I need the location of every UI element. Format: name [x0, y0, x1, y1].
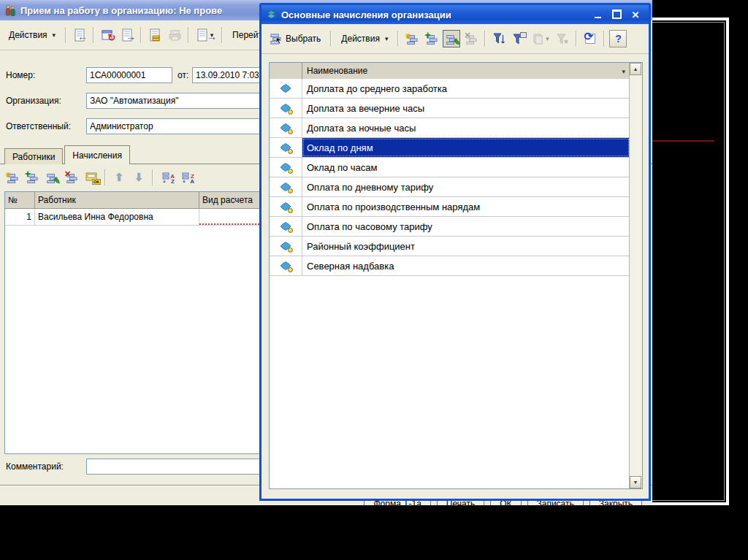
worker-cell[interactable]: Васильева Инна Федоровна	[35, 209, 199, 225]
calc-type-icon	[270, 118, 302, 137]
row-num-cell: 1	[5, 209, 35, 225]
accrual-row[interactable]: Оплата по производственным нарядам	[270, 197, 630, 217]
comment-label: Комментарий:	[6, 459, 64, 475]
accrual-name: Оклад по часам	[302, 158, 630, 177]
reread-icon[interactable]	[99, 26, 116, 44]
back-document-icon[interactable]	[71, 26, 88, 44]
copy-row-icon[interactable]	[23, 169, 41, 186]
accruals-list: Наименование Доплата до сре	[269, 62, 643, 489]
bg-window-title: Прием на работу в организацию: Не прове	[20, 5, 222, 16]
accrual-row[interactable]: Оклад по часам	[270, 158, 630, 177]
fg-actions-label: Действия	[341, 34, 380, 44]
edit-row-icon[interactable]	[43, 169, 61, 186]
icon-column-header[interactable]	[270, 63, 302, 79]
list-header: Наименование	[270, 63, 630, 80]
move-down-icon[interactable]: ⬇	[130, 169, 148, 186]
calc-type-icon	[270, 79, 302, 98]
accrual-row[interactable]: Районный коэффициент	[270, 237, 630, 256]
sort-desc-icon[interactable]	[178, 169, 195, 186]
toolbar-separator	[93, 27, 94, 43]
ok-save-icon[interactable]	[83, 169, 100, 186]
responsible-label: Ответственный:	[6, 118, 71, 134]
print-icon[interactable]	[166, 26, 183, 44]
select-icon	[270, 33, 283, 45]
responsible-field[interactable]	[86, 118, 278, 134]
sort-direction-icon	[622, 66, 625, 76]
filter-sort-icon[interactable]	[490, 30, 508, 47]
add-icon[interactable]	[403, 30, 421, 47]
number-field[interactable]	[86, 67, 172, 83]
accrual-row[interactable]: Доплата за ночные часы	[270, 118, 630, 138]
accrual-row[interactable]: Оклад по дням	[270, 138, 630, 158]
predefined-dot-icon	[288, 267, 293, 272]
accrual-name: Оклад по дням	[302, 138, 630, 157]
toolbar-separator	[221, 27, 223, 43]
organization-label: Организация:	[6, 93, 61, 109]
filter-icon[interactable]	[510, 30, 527, 47]
maximize-icon[interactable]	[611, 9, 622, 20]
organization-field[interactable]	[86, 93, 278, 109]
predefined-dot-icon	[288, 129, 293, 134]
move-up-icon[interactable]: ⬆	[110, 169, 128, 186]
predefined-dot-icon	[288, 188, 293, 193]
toolbar-separator	[397, 31, 399, 47]
refresh-icon[interactable]	[581, 30, 599, 47]
add-row-icon[interactable]	[4, 169, 21, 186]
select-button[interactable]: Выбрать	[265, 30, 326, 47]
scroll-down-icon[interactable]	[630, 476, 641, 488]
sort-asc-icon[interactable]	[158, 169, 175, 186]
accrual-row[interactable]: Оплата по часовому тарифу	[270, 217, 630, 237]
tab[interactable]: Работники	[4, 148, 63, 164]
delete-icon[interactable]	[462, 30, 480, 47]
copy-icon[interactable]	[423, 30, 440, 47]
number-label: Номер:	[6, 67, 35, 83]
accrual-row[interactable]: Оплата по дневному тарифу	[270, 177, 630, 197]
scroll-up-icon[interactable]	[630, 63, 641, 75]
screen: Прием на работу в организацию: Не прове …	[0, 0, 748, 560]
minimize-icon[interactable]	[592, 9, 603, 20]
predefined-dot-icon	[288, 169, 293, 174]
filter-history-icon[interactable]	[530, 30, 552, 47]
fg-main-toolbar: Выбрать Действия	[262, 24, 649, 54]
bg-actions-button[interactable]: Действия	[4, 26, 61, 44]
delete-row-icon[interactable]	[63, 169, 80, 186]
fg-window-title: Основные начисления организации	[281, 9, 451, 20]
col-header-num[interactable]: №	[5, 192, 35, 208]
clear-filter-icon[interactable]	[554, 30, 571, 47]
toolbar-separator	[188, 27, 189, 43]
edit-icon[interactable]	[443, 30, 460, 47]
calc-type-icon	[270, 138, 302, 157]
name-column-header[interactable]: Наименование	[302, 63, 630, 79]
tab-label: Начисления	[72, 150, 122, 161]
col-header-worker[interactable]: Работник	[35, 192, 199, 208]
copy-document-icon[interactable]	[118, 26, 136, 44]
date-label: от:	[178, 67, 188, 83]
accrual-row[interactable]: Доплата за вечерние часы	[270, 99, 630, 118]
close-icon[interactable]: ✕	[630, 9, 641, 20]
accrual-row[interactable]: Доплата до среднего заработка	[270, 79, 630, 99]
bg-tabs: Работники Начисления	[4, 146, 131, 164]
goto-document-icon[interactable]	[194, 26, 217, 44]
post-document-icon[interactable]	[146, 26, 164, 44]
tab[interactable]: Начисления	[64, 145, 130, 164]
fg-actions-button[interactable]: Действия	[336, 30, 393, 47]
two-people-icon	[4, 4, 16, 16]
accruals-list-icon	[266, 10, 277, 20]
window-controls: ✕	[592, 9, 644, 20]
accrual-name: Доплата за вечерние часы	[302, 99, 630, 118]
fg-window-titlebar[interactable]: Основные начисления организации ✕	[262, 5, 649, 24]
toolbar-separator	[104, 169, 106, 185]
calc-type-icon	[270, 237, 302, 256]
accrual-name: Доплата за ночные часы	[302, 118, 630, 137]
calc-type-icon	[270, 158, 302, 177]
accrual-row[interactable]: Северная надбавка	[270, 256, 630, 276]
list-rows: Доплата до среднего заработка Доплата за…	[270, 79, 630, 488]
vertical-scrollbar[interactable]	[629, 63, 642, 488]
calc-type-icon	[270, 177, 302, 196]
toolbar-separator	[152, 169, 153, 185]
comment-field[interactable]	[86, 459, 264, 475]
toolbar-separator	[65, 27, 66, 43]
help-icon[interactable]	[609, 30, 627, 47]
calc-type-icon	[270, 99, 302, 118]
accrual-name: Оплата по дневному тарифу	[302, 177, 630, 196]
